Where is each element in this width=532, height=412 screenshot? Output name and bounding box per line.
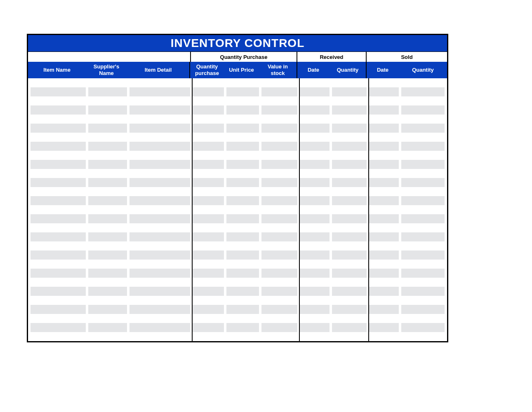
cell-quantityPurchase [193, 160, 224, 169]
cell-quantityPurchase [193, 205, 224, 214]
cell-valueInStock [261, 124, 297, 133]
cell-receivedDate [300, 287, 330, 296]
cell-receivedDate [300, 250, 330, 260]
cell-receivedDate [300, 169, 330, 178]
cell-supplierName [88, 223, 127, 232]
cell-soldQty [401, 115, 445, 124]
cell-unitPrice [226, 223, 259, 232]
cell-receivedDate [300, 269, 330, 278]
cell-receivedDate [300, 323, 330, 332]
cell-receivedDate [300, 305, 330, 314]
cell-quantityPurchase [193, 260, 224, 269]
cell-quantityPurchase [193, 124, 224, 133]
cell-supplierName [88, 305, 127, 314]
cell-receivedQty [332, 332, 367, 341]
cell-receivedDate [300, 115, 330, 124]
cell-itemName [31, 178, 86, 187]
cell-supplierName [88, 250, 127, 260]
cell-itemDetail [129, 105, 190, 115]
cell-itemDetail [129, 305, 190, 314]
cell-soldQty [401, 124, 445, 133]
cell-itemDetail [129, 78, 190, 87]
cell-soldDate [369, 269, 399, 278]
cell-supplierName [88, 260, 127, 269]
cell-receivedDate [300, 87, 330, 96]
cell-receivedQty [332, 160, 367, 169]
cell-receivedQty [332, 124, 367, 133]
cell-unitPrice [226, 323, 259, 332]
cell-receivedQty [332, 241, 367, 250]
cell-supplierName [88, 87, 127, 96]
cell-soldQty [401, 105, 445, 115]
cell-soldDate [369, 241, 399, 250]
cell-unitPrice [226, 160, 259, 169]
cell-soldQty [401, 296, 445, 305]
cell-itemName [31, 142, 86, 151]
cell-quantityPurchase [193, 250, 224, 260]
cell-itemDetail [129, 332, 190, 341]
cell-itemDetail [129, 278, 190, 287]
cell-valueInStock [261, 269, 297, 278]
cell-valueInStock [261, 142, 297, 151]
cell-unitPrice [226, 196, 259, 205]
table-row [28, 214, 447, 223]
cell-quantityPurchase [193, 87, 224, 96]
cell-itemDetail [129, 241, 190, 250]
cell-unitPrice [226, 96, 259, 105]
cell-quantityPurchase [193, 305, 224, 314]
table-row [28, 260, 447, 269]
cell-soldDate [369, 232, 399, 241]
cell-quantityPurchase [193, 223, 224, 232]
cell-itemDetail [129, 223, 190, 232]
cell-itemDetail [129, 205, 190, 214]
cell-valueInStock [261, 232, 297, 241]
cell-receivedQty [332, 314, 367, 323]
table-body [28, 78, 447, 341]
cell-soldDate [369, 187, 399, 196]
cell-receivedQty [332, 178, 367, 187]
col-unit-price: Unit Price [224, 62, 259, 78]
cell-unitPrice [226, 278, 259, 287]
cell-soldDate [369, 151, 399, 160]
cell-receivedQty [332, 205, 367, 214]
cell-soldQty [401, 332, 445, 341]
cell-unitPrice [226, 124, 259, 133]
cell-itemName [31, 115, 86, 124]
cell-itemName [31, 205, 86, 214]
cell-soldQty [401, 260, 445, 269]
cell-valueInStock [261, 278, 297, 287]
cell-supplierName [88, 332, 127, 341]
cell-itemDetail [129, 214, 190, 223]
cell-soldQty [401, 78, 445, 87]
cell-receivedQty [332, 115, 367, 124]
cell-itemName [31, 250, 86, 260]
cell-receivedQty [332, 151, 367, 160]
cell-itemName [31, 232, 86, 241]
cell-valueInStock [261, 87, 297, 96]
cell-itemName [31, 314, 86, 323]
cell-soldDate [369, 296, 399, 305]
cell-soldDate [369, 314, 399, 323]
cell-receivedDate [300, 278, 330, 287]
cell-valueInStock [261, 169, 297, 178]
cell-receivedQty [332, 250, 367, 260]
cell-itemName [31, 87, 86, 96]
cell-supplierName [88, 241, 127, 250]
cell-soldQty [401, 133, 445, 142]
cell-valueInStock [261, 287, 297, 296]
cell-supplierName [88, 314, 127, 323]
cell-soldDate [369, 205, 399, 214]
cell-itemDetail [129, 87, 190, 96]
col-value-in-stock: Value in stock [259, 62, 297, 78]
cell-supplierName [88, 78, 127, 87]
col-sold-date: Date [367, 62, 399, 78]
cell-receivedDate [300, 187, 330, 196]
cell-unitPrice [226, 105, 259, 115]
group-header-row: Quantity Purchase Received Sold [28, 52, 447, 62]
cell-quantityPurchase [193, 296, 224, 305]
cell-itemName [31, 323, 86, 332]
cell-soldQty [401, 142, 445, 151]
cell-valueInStock [261, 250, 297, 260]
cell-quantityPurchase [193, 96, 224, 105]
cell-valueInStock [261, 332, 297, 341]
